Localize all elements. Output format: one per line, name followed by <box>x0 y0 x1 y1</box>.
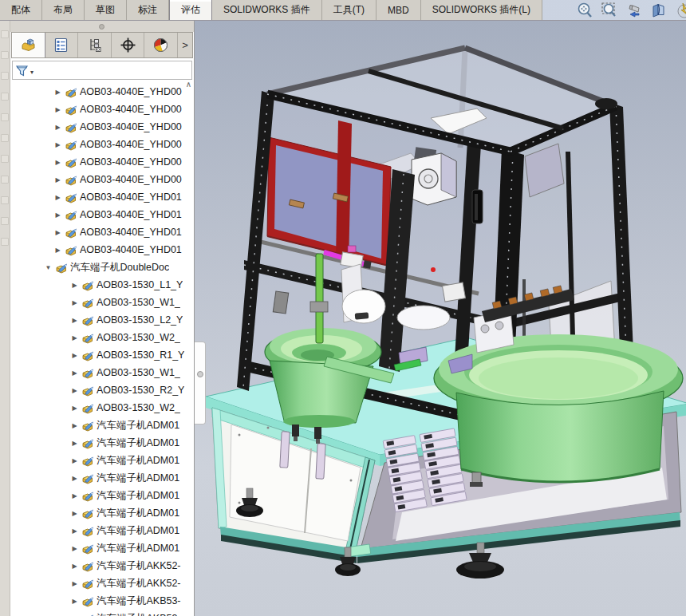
tree-item[interactable]: ▶ <box>10 83 194 101</box>
tab-dimxpert-manager[interactable] <box>112 33 145 57</box>
tree-item[interactable]: ▶ <box>10 311 194 329</box>
tab-featuremanager-tree[interactable] <box>12 33 45 57</box>
tree-item[interactable]: ▶ <box>10 171 194 188</box>
ribbon-tab[interactable]: 布局 <box>42 0 85 20</box>
tree-item-label: 汽车端子机ADM01 <box>97 454 179 468</box>
tab-property-manager[interactable] <box>45 33 79 57</box>
expand-arrow-icon[interactable]: ▶ <box>53 176 62 184</box>
part-icon <box>80 524 94 538</box>
cabinet-door-handle[interactable] <box>316 444 325 479</box>
tree-item-label: 汽车端子机ADM01 <box>97 436 179 450</box>
tree-item[interactable]: ▶ <box>10 487 194 504</box>
zoom-to-area-icon[interactable] <box>601 2 618 19</box>
tree-item[interactable]: ▶ <box>10 276 194 294</box>
part-icon <box>80 278 94 292</box>
expand-arrow-icon[interactable]: ▶ <box>70 387 79 394</box>
expand-arrow-icon[interactable]: ▶ <box>70 580 79 587</box>
expand-arrow-icon[interactable]: ▶ <box>53 159 62 166</box>
expand-arrow-icon[interactable]: ▶ <box>70 492 79 500</box>
previous-view-icon[interactable] <box>625 2 643 19</box>
expand-arrow-icon[interactable]: ▶ <box>53 247 62 254</box>
expand-arrow-icon[interactable]: ▼ <box>44 264 53 271</box>
ribbon-tab[interactable]: 配体 <box>0 0 42 20</box>
ribbon-tab[interactable]: 草图 <box>85 0 127 20</box>
filter-funnel-icon[interactable] <box>15 64 29 77</box>
tab-configuration-manager[interactable] <box>78 33 112 57</box>
tree-item[interactable]: ▶ <box>10 539 194 557</box>
tree-item[interactable]: ▶ <box>10 399 194 417</box>
tree-item[interactable]: ▼ <box>10 259 194 276</box>
tree-item[interactable]: ▶ <box>10 188 194 206</box>
tree-item[interactable]: ▶ <box>10 346 194 364</box>
ribbon-tab[interactable]: MBD <box>377 0 421 20</box>
expand-arrow-icon[interactable]: ▶ <box>70 405 79 412</box>
tree-item[interactable]: ▶ <box>10 452 194 469</box>
expand-arrow-icon[interactable]: ▶ <box>70 563 79 570</box>
tree-scroll-up-arrow[interactable]: ∧ <box>186 81 191 88</box>
expand-arrow-icon[interactable]: ▶ <box>70 598 79 605</box>
expand-arrow-icon[interactable]: ▶ <box>70 352 79 359</box>
expand-arrow-icon[interactable]: ▶ <box>70 317 79 324</box>
panel-resize-grip[interactable] <box>10 21 194 32</box>
expand-arrow-icon[interactable]: ▶ <box>53 229 62 236</box>
motor-mount-box[interactable] <box>412 153 456 205</box>
tree-item[interactable]: ▶ <box>10 153 194 171</box>
tree-item[interactable]: ▶ <box>10 610 194 616</box>
expand-arrow-icon[interactable]: ▶ <box>70 282 79 289</box>
expand-arrow-icon[interactable]: ▶ <box>53 194 62 201</box>
tree-item[interactable]: ▶ <box>10 294 194 311</box>
tree-item[interactable]: ▶ <box>10 206 194 223</box>
cabinet-door-handle[interactable] <box>280 432 290 468</box>
zoom-to-fit-icon[interactable] <box>576 2 593 19</box>
expand-arrow-icon[interactable]: ▶ <box>70 545 79 552</box>
tree-item[interactable]: ▶ <box>10 592 194 610</box>
ribbon-tab[interactable]: 评估 <box>169 0 212 20</box>
expand-arrow-icon[interactable]: ▶ <box>53 141 62 148</box>
expand-arrow-icon[interactable]: ▶ <box>70 299 79 306</box>
ribbon-tab[interactable]: SOLIDWORKS 插件(L) <box>421 0 542 20</box>
expand-arrow-icon[interactable]: ▶ <box>70 475 79 482</box>
expand-arrow-icon[interactable]: ▶ <box>53 124 62 131</box>
part-icon <box>80 577 94 590</box>
expand-arrow-icon[interactable]: ▶ <box>70 510 79 517</box>
appearance-icon[interactable] <box>675 2 686 19</box>
filter-dropdown-caret[interactable]: ▾ <box>30 69 34 76</box>
tab-display-manager[interactable] <box>144 33 178 57</box>
toolbar-slot-icon <box>1 134 9 142</box>
tree-item[interactable]: ▶ <box>10 136 194 153</box>
ribbon-tab[interactable]: 标注 <box>127 0 169 20</box>
tree-item[interactable]: ▶ <box>10 469 194 487</box>
expand-arrow-icon[interactable]: ▶ <box>70 457 79 464</box>
graphics-area[interactable] <box>195 21 686 616</box>
green-rod[interactable] <box>316 254 323 343</box>
expand-arrow-icon[interactable]: ▶ <box>53 211 62 219</box>
tree-item[interactable]: ▶ <box>10 364 194 381</box>
tree-filter-input[interactable] <box>35 63 191 77</box>
expand-arrow-icon[interactable]: ▶ <box>70 422 79 429</box>
ribbon-tab[interactable]: SOLIDWORKS 插件 <box>212 0 322 20</box>
configuration-manager-icon <box>86 37 103 53</box>
tree-item[interactable]: ▶ <box>10 118 194 136</box>
tree-item[interactable]: ▶ <box>10 557 194 575</box>
expand-arrow-icon[interactable]: ▶ <box>70 334 79 342</box>
tree-item[interactable]: ▶ <box>10 417 194 434</box>
section-view-icon[interactable] <box>650 2 668 19</box>
expand-arrow-icon[interactable]: ▶ <box>53 89 62 96</box>
tree-item[interactable]: ▶ <box>10 241 194 259</box>
tree-item[interactable]: ▶ <box>10 504 194 522</box>
tree-item[interactable]: ▶ <box>10 522 194 539</box>
expand-arrow-icon[interactable]: ▶ <box>70 369 79 377</box>
tree-item[interactable]: ▶ <box>10 329 194 346</box>
expand-arrow-icon[interactable]: ▶ <box>70 527 79 535</box>
tree-item[interactable]: ▶ <box>10 381 194 399</box>
tree-item[interactable]: ▶ <box>10 575 194 592</box>
panel-splitter-handle[interactable] <box>195 342 206 424</box>
tree-item[interactable]: ▶ <box>10 223 194 241</box>
ribbon-tab[interactable]: 工具(T) <box>322 0 377 20</box>
expand-arrow-icon[interactable]: ▶ <box>70 440 79 447</box>
tree-item[interactable]: ▶ <box>10 101 194 118</box>
expand-arrow-icon[interactable]: ▶ <box>53 106 62 113</box>
panel-tab-overflow-button[interactable]: > <box>178 33 192 57</box>
splitter-dot-icon <box>197 371 203 377</box>
tree-item[interactable]: ▶ <box>10 434 194 452</box>
